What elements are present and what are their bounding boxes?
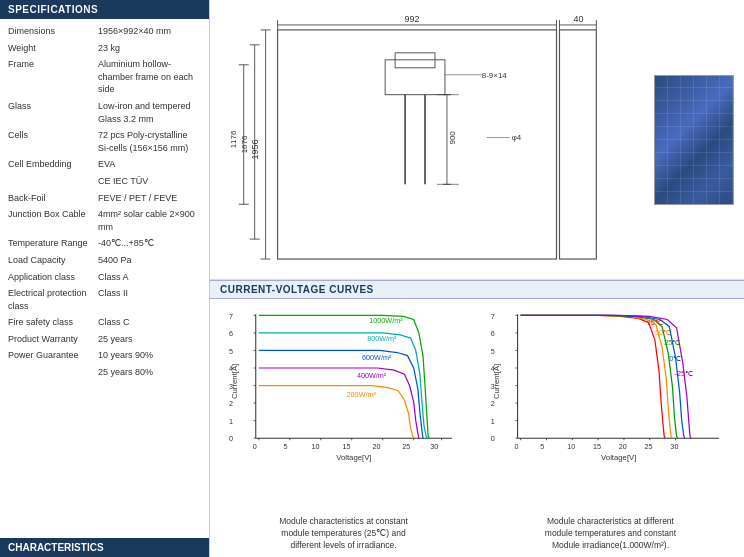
spec-value-glass: Low-iron and tempered Glass 3.2 mm: [98, 100, 201, 125]
svg-text:0℃: 0℃: [669, 354, 681, 363]
svg-text:25: 25: [645, 442, 653, 451]
spec-value-app-class: Class A: [98, 271, 201, 284]
svg-text:1: 1: [229, 417, 233, 426]
chart-temperature: 0 1 2 3 4 5 6 7: [482, 304, 739, 552]
spec-value-power-guarantee-2: 25 years 80%: [98, 366, 201, 379]
spec-value-weight: 23 kg: [98, 42, 201, 55]
svg-text:200W/m²: 200W/m²: [347, 390, 377, 399]
svg-text:25: 25: [402, 442, 410, 451]
photo-area: [644, 0, 744, 279]
svg-text:2: 2: [229, 399, 233, 408]
spec-glass: Glass Low-iron and tempered Glass 3.2 mm: [8, 100, 201, 125]
svg-text:992: 992: [405, 14, 420, 24]
spec-load: Load Capacity 5400 Pa: [8, 254, 201, 267]
svg-text:0: 0: [491, 434, 495, 443]
svg-text:40: 40: [573, 14, 583, 24]
svg-text:1000W/m²: 1000W/m²: [369, 316, 403, 325]
svg-text:0: 0: [253, 442, 257, 451]
svg-text:5: 5: [491, 347, 495, 356]
spec-value-load: 5400 Pa: [98, 254, 201, 267]
spec-value-cells: 72 pcs Poly-crystalline Si-cells (156×15…: [98, 129, 201, 154]
svg-text:2: 2: [491, 399, 495, 408]
svg-text:15: 15: [593, 442, 601, 451]
spec-weight: Weight 23 kg: [8, 42, 201, 55]
svg-text:6: 6: [229, 329, 233, 338]
spec-value-cert: CE IEC TÜV: [98, 175, 201, 188]
spec-backfoil: Back-Foil FEVE / PET / FEVE: [8, 192, 201, 205]
svg-text:1176: 1176: [229, 130, 238, 148]
spec-value-warranty: 25 years: [98, 333, 201, 346]
svg-text:20: 20: [619, 442, 627, 451]
technical-diagram: 992 40 8-9×14 φ4: [220, 10, 634, 269]
right-panel: 992 40 8-9×14 φ4: [210, 0, 744, 557]
spec-value-junctionbox: 4mm² solar cable 2×900 mm: [98, 208, 201, 233]
svg-text:15: 15: [342, 442, 350, 451]
spec-value-dimensions: 1956×992×40 mm: [98, 25, 201, 38]
spec-elec-class: Electrical protection class Class II: [8, 287, 201, 312]
spec-label-app-class: Application class: [8, 271, 98, 284]
svg-rect-10: [385, 60, 445, 95]
spec-dimensions: Dimensions 1956×992×40 mm: [8, 25, 201, 38]
spec-frame: Frame Aluminium hollow-chamber frame on …: [8, 58, 201, 96]
spec-label-fire-class: Fire safety class: [8, 316, 98, 329]
spec-app-class: Application class Class A: [8, 271, 201, 284]
spec-value-frame: Aluminium hollow-chamber frame on each s…: [98, 58, 201, 96]
spec-label-warranty: Product Warranty: [8, 333, 98, 346]
spec-label-load: Load Capacity: [8, 254, 98, 267]
svg-text:6: 6: [491, 329, 495, 338]
svg-text:0: 0: [229, 434, 233, 443]
char-header: CHARACTERISTICS: [0, 538, 209, 557]
svg-text:Voltage[V]: Voltage[V]: [336, 453, 371, 462]
spec-label-cells: Cells: [8, 129, 98, 142]
svg-text:5: 5: [284, 442, 288, 451]
spec-value-fire-class: Class C: [98, 316, 201, 329]
spec-label-weight: Weight: [8, 42, 98, 55]
svg-text:7: 7: [491, 312, 495, 321]
curves-header: CURRENT-VOLTAGE CURVES: [210, 280, 744, 299]
diagram-area: 992 40 8-9×14 φ4: [210, 0, 644, 279]
chart1-container: 0 1 2 3 4 5 6 7: [215, 304, 472, 512]
svg-text:600W/m²: 600W/m²: [362, 353, 392, 362]
spec-cells: Cells 72 pcs Poly-crystalline Si-cells (…: [8, 129, 201, 154]
spec-junctionbox: Junction Box Cable 4mm² solar cable 2×90…: [8, 208, 201, 233]
spec-certifications: CE IEC TÜV: [8, 175, 201, 188]
spec-value-elec-class: Class II: [98, 287, 201, 300]
spec-label-frame: Frame: [8, 58, 98, 71]
solar-panel-photo: [654, 75, 734, 205]
svg-text:10: 10: [567, 442, 575, 451]
chart2-container: 0 1 2 3 4 5 6 7: [482, 304, 739, 512]
svg-text:30: 30: [430, 442, 438, 451]
svg-text:φ4: φ4: [512, 133, 522, 142]
chart1-svg: 0 1 2 3 4 5 6 7: [215, 304, 472, 464]
chart1-caption: Module characteristics at constantmodule…: [279, 516, 408, 552]
svg-text:5: 5: [540, 442, 544, 451]
svg-text:Current[A]: Current[A]: [492, 364, 501, 399]
spec-value-power-guarantee: 10 years 90%: [98, 349, 201, 362]
spec-label-junctionbox: Junction Box Cable: [8, 208, 98, 221]
svg-text:Voltage[V]: Voltage[V]: [601, 453, 636, 462]
spec-label-embedding: Cell Embedding: [8, 158, 98, 171]
spec-fire-class: Fire safety class Class C: [8, 316, 201, 329]
spec-power-guarantee: Power Guarantee 10 years 90%: [8, 349, 201, 362]
svg-text:20: 20: [372, 442, 380, 451]
svg-text:10: 10: [312, 442, 320, 451]
svg-text:400W/m²: 400W/m²: [357, 371, 387, 380]
svg-rect-8: [278, 30, 557, 259]
spec-temperature: Temperature Range -40℃...+85℃: [8, 237, 201, 250]
svg-text:5: 5: [229, 347, 233, 356]
svg-text:1: 1: [491, 417, 495, 426]
spec-value-backfoil: FEVE / PET / FEVE: [98, 192, 201, 205]
svg-rect-9: [559, 30, 596, 259]
svg-text:7: 7: [229, 312, 233, 321]
svg-text:8-9×14: 8-9×14: [482, 71, 508, 80]
spec-label-elec-class: Electrical protection class: [8, 287, 98, 312]
specs-header: SPECIFICATIONS: [0, 0, 209, 19]
chart2-svg: 0 1 2 3 4 5 6 7: [482, 304, 739, 464]
svg-text:Current[A]: Current[A]: [230, 364, 239, 399]
spec-value-embedding: EVA: [98, 158, 201, 171]
spec-label-backfoil: Back-Foil: [8, 192, 98, 205]
chart2-caption: Module characteristics at differentmodul…: [545, 516, 676, 552]
curves-content: 0 1 2 3 4 5 6 7: [210, 299, 744, 557]
specs-table: Dimensions 1956×992×40 mm Weight 23 kg F…: [0, 19, 209, 538]
svg-text:1676: 1676: [240, 135, 249, 153]
